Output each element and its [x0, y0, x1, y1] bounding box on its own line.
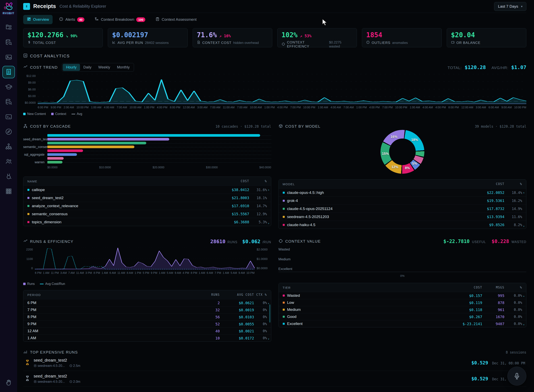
receipt-icon[interactable]: [2, 66, 15, 78]
column-header[interactable]: MODEL: [283, 182, 470, 186]
database-explore-icon[interactable]: [2, 96, 15, 108]
table-row[interactable]: claude-haiku-4.5$9.85268.2%: [279, 221, 526, 229]
alert-circle-icon: [366, 41, 370, 45]
table-row[interactable]: seed_dream_test2$21.800318.1%: [23, 194, 271, 202]
cascade-bar[interactable]: [47, 142, 146, 144]
table-row[interactable]: Good$0.26716700.0%: [279, 313, 526, 320]
table-row[interactable]: seedream-4.5-20251203$13.939411.6%: [279, 213, 526, 221]
trend-tab-hourly[interactable]: Hourly: [63, 64, 80, 71]
tab-context-assessment[interactable]: Context Assessment: [152, 15, 200, 24]
cascade-bar[interactable]: [47, 157, 64, 160]
column-header[interactable]: MSGS: [482, 286, 504, 289]
scroll-up-icon[interactable]: ▲: [523, 191, 525, 194]
expensive-run-row[interactable]: seed_dream_test2 seedream-4.5-20... 2.5m…: [23, 355, 526, 371]
dollar-icon: [27, 41, 31, 45]
table-row[interactable]: claude-opus-4.5::high$22.085218.4%: [279, 188, 526, 196]
column-header[interactable]: COST: [470, 182, 504, 186]
model-donut-chart[interactable]: 18%5%8%12%15%16%: [279, 130, 527, 176]
table-cell: $17.8732: [470, 207, 504, 211]
scroll-down-icon[interactable]: ▼: [523, 324, 525, 326]
kpi-card-context-cost[interactable]: 71.6%↗ 16%CONTEXT COSThidden overhead: [193, 28, 272, 47]
expensive-run-row[interactable]: seed_dream_test2 seedream-4.5-20... 2.0m…: [23, 371, 526, 387]
scroll-up-icon[interactable]: ▲: [268, 302, 270, 304]
column-header[interactable]: NAME: [27, 180, 215, 183]
trend-tab-weekly[interactable]: Weekly: [95, 64, 114, 71]
kpi-card-total-cost[interactable]: $120.2766↘ 90%TOTAL COST: [23, 28, 103, 47]
hand-icon[interactable]: [2, 376, 15, 389]
cascade-bar[interactable]: [47, 134, 260, 137]
compass-icon[interactable]: [2, 126, 15, 138]
trend-legend: New ContentContextAvg: [23, 112, 526, 116]
table-row[interactable]: 12 AM40$0.00210%: [23, 327, 271, 334]
table-row[interactable]: topics_dimension$6.36885.3%: [23, 218, 271, 226]
date-range-select[interactable]: Last 7 Days ▾: [494, 2, 526, 11]
table-row[interactable]: calliope$38.041231.6%: [23, 186, 271, 194]
image-folder-icon[interactable]: [2, 51, 15, 63]
scroll-up-icon[interactable]: ▲: [523, 295, 525, 297]
scroll-up-icon[interactable]: ▲: [268, 188, 270, 191]
table-row[interactable]: semantic_consensus$15.556712.9%: [23, 210, 271, 218]
cascade-bar[interactable]: [47, 161, 62, 163]
table-row[interactable]: 1 AM10$0.01720%: [23, 334, 271, 341]
cascade-bar[interactable]: [47, 138, 169, 140]
column-header[interactable]: %: [504, 182, 522, 186]
trend-tab-daily[interactable]: Daily: [80, 64, 95, 71]
tab-context-breakdown[interactable]: Context Breakdown100: [91, 15, 149, 24]
table-row[interactable]: Wasted$0.1579950.0%: [279, 292, 526, 299]
rabbit-icon[interactable]: [2, 170, 15, 183]
apps-grid-icon[interactable]: [2, 185, 15, 197]
database-search-icon[interactable]: [2, 36, 15, 48]
table-row[interactable]: Excellent$-23.214194070.0%: [279, 320, 526, 327]
kpi-card-avg-per-run[interactable]: $0.002197AVG PER RUN28402 sessions: [108, 28, 187, 47]
trend-tab-monthly[interactable]: Monthly: [114, 64, 133, 71]
kpi-card-or-balance[interactable]: $20.04OR BALANCE: [447, 28, 526, 47]
cascade-bar[interactable]: [47, 149, 83, 152]
series-dot: [27, 221, 29, 223]
runs-title: RUNS & EFFICIENCY: [30, 239, 74, 244]
tab-overview[interactable]: Overview: [23, 15, 53, 24]
kpi-top-row: 1854: [366, 31, 437, 39]
column-header[interactable]: PERIOD: [27, 293, 198, 297]
users-icon[interactable]: [2, 155, 15, 168]
hierarchy-icon[interactable]: [2, 21, 15, 34]
table-row[interactable]: Medium$0.1189610.0%: [279, 306, 526, 313]
cascade-bar[interactable]: [47, 145, 134, 148]
table-row[interactable]: 8 PM56$0.01030%: [23, 313, 271, 320]
graduation-cap-icon[interactable]: [2, 81, 15, 93]
axis-tick: $2.0000: [257, 248, 268, 251]
kpi-card-context-efficiency[interactable]: 102%↗ 53%CONTEXT EFFICIENCY$0.2275 waste…: [277, 28, 357, 47]
app-logo[interactable]: RV3BIT: [2, 2, 16, 15]
table-row[interactable]: 9 PM52$0.00550%: [23, 320, 271, 327]
terminal-icon[interactable]: [2, 111, 15, 123]
table-row[interactable]: analyze_context_relevance$17.691014.7%: [23, 202, 271, 210]
kpi-value: 71.6%: [197, 31, 217, 39]
tab-alerts[interactable]: Alerts40: [55, 15, 88, 24]
scroll-down-icon[interactable]: ▼: [523, 225, 525, 228]
sidebar: RV3BIT: [0, 0, 17, 392]
table-row[interactable]: grok-4$19.536116.2%: [279, 196, 526, 205]
table-row[interactable]: 6 PM2$0.06210%: [23, 299, 271, 306]
column-header[interactable]: TIER: [283, 286, 448, 289]
table-cell: 12 AM: [27, 329, 198, 333]
scrollbar-thumb[interactable]: [269, 304, 270, 322]
table-row[interactable]: 7 PM32$0.00190%: [23, 306, 271, 313]
column-header[interactable]: RUNS: [198, 293, 220, 297]
table-row[interactable]: claude-4.5-opus-20251124$17.873214.9%: [279, 205, 526, 213]
column-header[interactable]: COST: [215, 179, 249, 183]
date-range-value: Last 7 Days: [498, 4, 518, 9]
column-header[interactable]: %: [249, 179, 267, 183]
table-row[interactable]: Low$0.1198780.0%: [279, 299, 526, 306]
voice-mic-button[interactable]: [507, 367, 526, 386]
column-header[interactable]: CTX %: [254, 293, 267, 297]
column-header[interactable]: COST: [448, 286, 482, 289]
scroll-down-icon[interactable]: ▼: [268, 222, 270, 225]
kpi-card-outliers[interactable]: 1854OUTLIERSanomalies: [362, 28, 441, 47]
column-header[interactable]: AVG COST: [220, 293, 254, 297]
kpi-top-row: $0.002197: [112, 31, 183, 39]
cascade-bar[interactable]: [47, 153, 77, 156]
scroll-down-icon[interactable]: ▼: [268, 338, 270, 340]
org-chart-icon[interactable]: [2, 140, 15, 153]
column-header[interactable]: %: [504, 286, 522, 289]
trend-plot-area[interactable]: [38, 74, 526, 104]
runs-plot-area[interactable]: [35, 248, 255, 270]
